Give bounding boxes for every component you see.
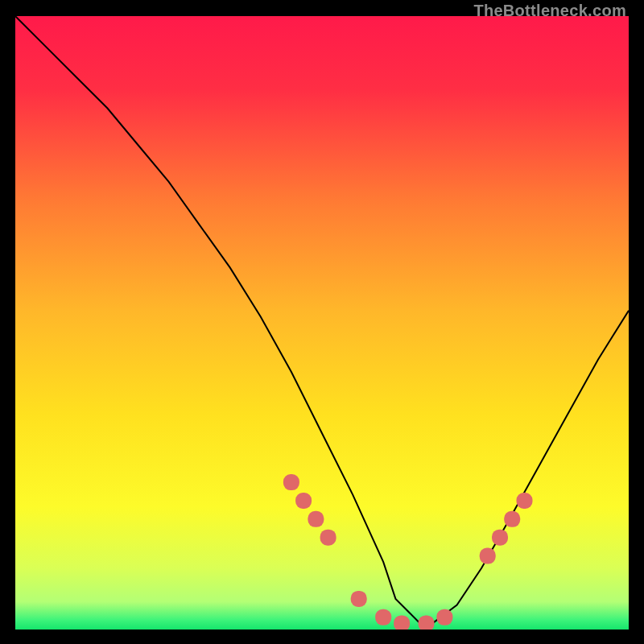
marker-point xyxy=(394,615,410,630)
chart-frame xyxy=(15,16,629,630)
marker-point xyxy=(308,511,324,527)
chart-svg xyxy=(15,16,629,630)
marker-point xyxy=(375,609,391,625)
marker-point xyxy=(492,530,508,546)
marker-point xyxy=(283,474,299,490)
marker-point xyxy=(351,591,367,607)
marker-point xyxy=(480,548,496,564)
marker-point xyxy=(295,493,312,509)
marker-point xyxy=(504,511,520,527)
watermark-text: TheBottleneck.com xyxy=(473,2,626,20)
marker-point xyxy=(517,493,533,509)
marker-point xyxy=(419,615,435,630)
marker-point xyxy=(436,609,452,625)
marker-point xyxy=(320,530,336,546)
